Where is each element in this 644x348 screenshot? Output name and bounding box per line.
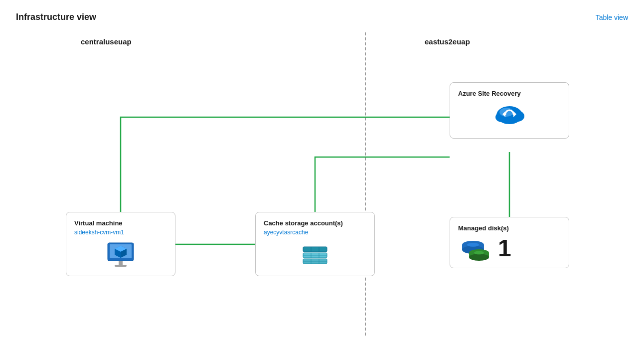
connector-lines bbox=[16, 32, 628, 336]
region-label-left: centraluseuap bbox=[81, 37, 132, 46]
svg-rect-14 bbox=[303, 247, 327, 252]
svg-point-30 bbox=[467, 243, 479, 247]
vm-card-title: Virtual machine bbox=[74, 219, 167, 227]
table-view-link[interactable]: Table view bbox=[596, 13, 628, 21]
svg-point-34 bbox=[474, 251, 484, 255]
disk-count-row: 1 bbox=[458, 236, 561, 261]
page-container: Infrastructure view Table view centralus… bbox=[0, 0, 644, 348]
vm-icon-container bbox=[74, 241, 167, 269]
asr-icon bbox=[491, 101, 527, 131]
disk-icon bbox=[458, 236, 493, 261]
svg-rect-8 bbox=[119, 261, 123, 265]
diagram-area: centraluseuap eastus2euap bbox=[16, 32, 628, 336]
card-cache: Cache storage account(s) ayecyvtasrcache bbox=[255, 212, 375, 276]
header: Infrastructure view Table view bbox=[16, 12, 628, 22]
cache-card-title: Cache storage account(s) bbox=[264, 219, 366, 227]
card-disk: Managed disk(s) 1 bbox=[450, 217, 569, 268]
card-vm: Virtual machine sideeksh-cvm-vm1 bbox=[66, 212, 175, 276]
vm-icon bbox=[105, 241, 137, 269]
asr-icon-container bbox=[458, 101, 561, 131]
region-label-right: eastus2euap bbox=[425, 37, 470, 46]
card-asr: Azure Site Recovery bbox=[450, 82, 569, 139]
cache-card-subtitle: ayecyvtasrcache bbox=[264, 229, 366, 236]
cache-icon-container bbox=[264, 241, 366, 269]
svg-rect-9 bbox=[115, 265, 127, 267]
cache-icon bbox=[299, 241, 331, 269]
disk-card-title: Managed disk(s) bbox=[458, 224, 561, 232]
vm-card-subtitle: sideeksh-cvm-vm1 bbox=[74, 229, 167, 236]
asr-card-title: Azure Site Recovery bbox=[458, 90, 561, 97]
region-divider bbox=[365, 32, 366, 336]
page-title: Infrastructure view bbox=[16, 12, 96, 22]
disk-count: 1 bbox=[498, 236, 511, 260]
svg-point-33 bbox=[469, 254, 489, 261]
